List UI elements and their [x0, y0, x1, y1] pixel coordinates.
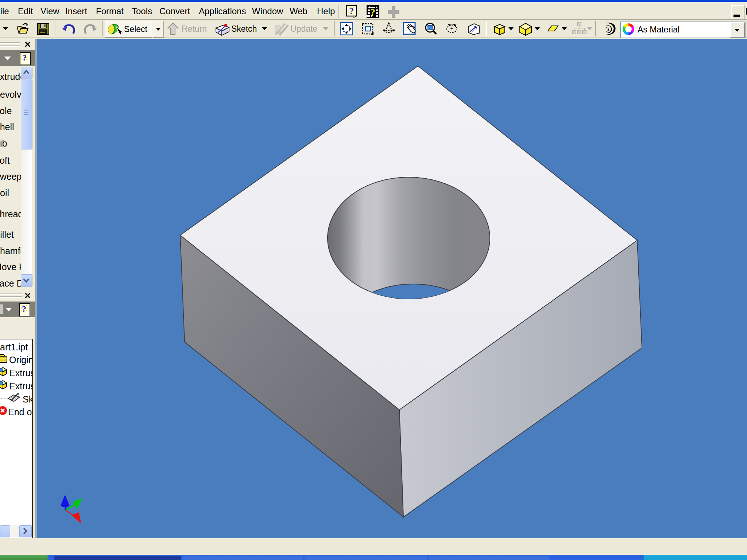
svg-text:?: ? — [22, 304, 26, 314]
svg-text:?: ? — [349, 6, 354, 16]
svg-text:?: ? — [370, 7, 375, 18]
svg-text:?: ? — [22, 53, 27, 62]
